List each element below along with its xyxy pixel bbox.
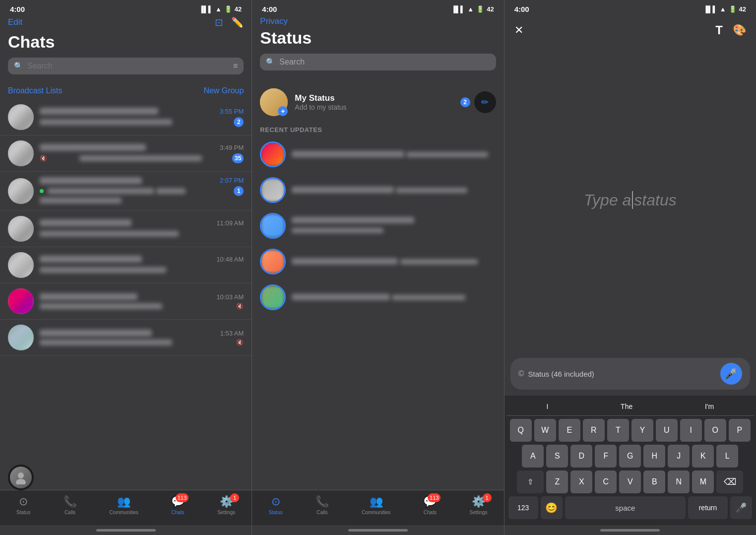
tab-communities-2[interactable]: 👥 Communities [362,495,390,515]
status-bar-editor: 4:00 ▐▌▌ ▲ 🔋 42 [504,0,756,16]
editor-canvas[interactable]: Type a status [504,42,756,358]
tab-chats-2[interactable]: 💬 Chats 113 [423,495,437,515]
key-d[interactable]: D [570,445,592,468]
key-u[interactable]: U [656,419,678,442]
broadcast-lists-link[interactable]: Broadcast Lists [8,86,62,95]
key-v[interactable]: V [619,470,641,493]
tab-communities-label: Communities [110,510,138,515]
key-l[interactable]: L [716,445,738,468]
search-input[interactable] [27,62,227,70]
edit-status-button[interactable]: ✏ [474,91,496,113]
avatar [8,104,34,130]
chat-item[interactable]: 10:03 AM 🔇 [0,283,252,320]
my-status-item[interactable]: + My Status Add to my status 2 ✏ [252,82,504,122]
key-h[interactable]: H [643,445,665,468]
status-update-item[interactable] [252,208,504,244]
key-t[interactable]: T [607,419,629,442]
new-group-link[interactable]: New Group [203,86,244,95]
key-c[interactable]: C [595,470,617,493]
key-e[interactable]: E [559,419,580,442]
key-b[interactable]: B [643,470,665,493]
key-space[interactable]: space [565,496,686,519]
key-emoji[interactable]: 😊 [541,496,563,519]
chat-item[interactable]: 3:49 PM 🔇 35 [0,135,252,172]
key-f[interactable]: F [595,445,617,468]
status-input-bar[interactable]: © Status (46 included) 🎤 [510,358,750,390]
status-tab-icon: ⊙ [19,495,28,508]
key-w[interactable]: W [534,419,556,442]
key-x[interactable]: X [570,470,592,493]
copyright-icon: © [518,369,524,378]
tab-status-active[interactable]: ⊙ Status [268,495,282,515]
key-g[interactable]: G [619,445,641,468]
chat-preview-2 [156,188,186,194]
chat-item[interactable]: 10:48 AM [0,247,252,283]
suggestion-3[interactable]: I'm [699,401,720,411]
status-view-count: 2 [460,97,470,107]
status-search-bar[interactable]: 🔍 Search [260,54,496,70]
battery-icon: 🔋 [224,5,232,13]
chat-preview-3 [40,198,122,203]
chat-time: 3:55 PM [220,108,244,115]
status-update-item[interactable] [252,136,504,172]
text-tool-button[interactable]: T [715,23,723,37]
key-j[interactable]: J [668,445,690,468]
search-bar-chats[interactable]: 🔍 ≡ [8,58,244,74]
chat-item[interactable]: 1:53 AM 🔇 [0,320,252,356]
pencil-icon: ✏ [481,97,489,108]
key-i[interactable]: I [680,419,702,442]
close-button[interactable]: ✕ [514,24,523,37]
chat-item[interactable]: 3:55 PM 2 [0,99,252,135]
key-delete[interactable]: ⌫ [716,470,743,493]
edit-button[interactable]: Edit [8,17,22,27]
status-tab-avatar[interactable] [8,465,34,490]
key-numbers[interactable]: 123 [508,496,538,519]
status-input-text: Status (46 included) [528,370,716,378]
settings-tab-badge-2: 1 [483,493,492,502]
key-o[interactable]: O [704,419,726,442]
tab-communities[interactable]: 👥 Communities [110,495,138,515]
tab-settings-2[interactable]: ⚙️ Settings 1 [469,495,487,515]
chat-item[interactable]: 2:07 PM 1 [0,172,252,211]
filter-icon[interactable]: ≡ [233,62,238,70]
key-r[interactable]: R [583,419,605,442]
chat-time: 10:48 AM [216,256,244,263]
chat-preview [48,188,154,194]
key-m[interactable]: M [692,470,714,493]
status-update-item[interactable] [252,244,504,279]
key-shift[interactable]: ⇧ [517,470,544,493]
recent-updates-label: RECENT UPDATES [252,122,504,136]
chat-name [40,219,131,226]
key-y[interactable]: Y [631,419,653,442]
tab-calls-2[interactable]: 📞 Calls [315,495,329,515]
my-status-avatar: + [260,88,288,116]
privacy-button[interactable]: Privacy [260,16,288,26]
key-q[interactable]: Q [510,419,532,442]
status-update-item[interactable] [252,172,504,208]
add-status-btn[interactable]: + [278,106,288,116]
chat-item[interactable]: 11:09 AM [0,211,252,247]
unread-badge: 2 [234,117,244,127]
key-s[interactable]: S [546,445,568,468]
time-status: 4:00 [262,5,277,13]
time-editor: 4:00 [514,5,529,13]
suggestion-1[interactable]: I [541,401,555,411]
key-z[interactable]: Z [546,470,568,493]
key-p[interactable]: P [729,419,751,442]
key-n[interactable]: N [668,470,690,493]
tab-settings[interactable]: ⚙️ Settings 1 [217,495,235,515]
key-k[interactable]: K [692,445,714,468]
key-return[interactable]: return [688,496,728,519]
key-a[interactable]: A [522,445,544,468]
status-update-item[interactable] [252,279,504,315]
svg-point-1 [16,479,26,484]
suggestion-2[interactable]: The [615,401,638,411]
tab-chats[interactable]: 💬 Chats 113 [171,495,185,515]
mic-button[interactable]: 🎤 [720,363,742,385]
tab-status[interactable]: ⊙ Status [16,495,30,515]
palette-icon[interactable]: 🎨 [733,24,746,37]
compose-icon[interactable]: ✏️ [231,16,244,28]
tab-calls[interactable]: 📞 Calls [63,495,77,515]
key-microphone[interactable]: 🎤 [730,496,752,519]
camera-icon[interactable]: ⊡ [215,16,223,28]
